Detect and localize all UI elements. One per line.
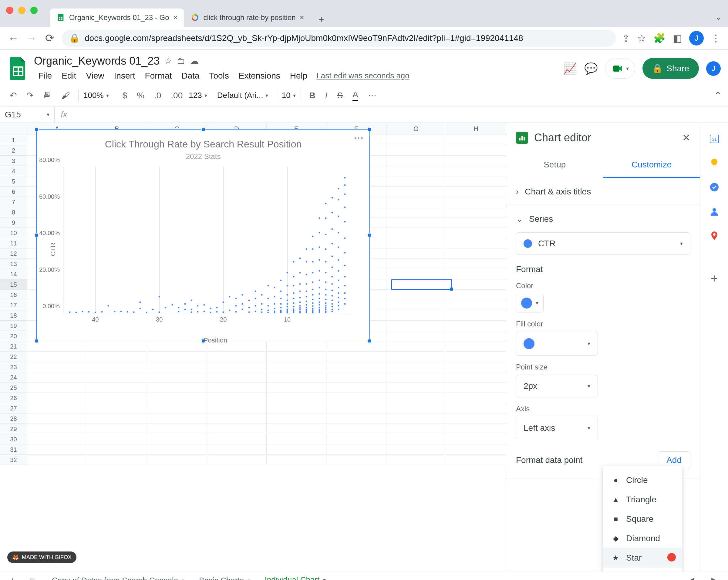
cell[interactable]	[207, 383, 267, 393]
row-header[interactable]: 21	[0, 341, 27, 351]
cell[interactable]	[386, 197, 446, 207]
cell[interactable]	[27, 455, 87, 465]
strikethrough-button[interactable]: S	[334, 88, 347, 103]
cell[interactable]	[327, 351, 386, 362]
section-series[interactable]: ⌄ Series	[506, 205, 700, 232]
cell[interactable]	[147, 444, 207, 455]
row-header[interactable]: 4	[0, 166, 27, 176]
row-header[interactable]: 24	[0, 372, 27, 383]
cell[interactable]	[446, 434, 506, 444]
cell[interactable]	[386, 321, 446, 331]
move-folder-icon[interactable]: 🗀	[177, 56, 185, 66]
cell[interactable]	[386, 259, 446, 269]
cell[interactable]	[446, 156, 506, 166]
cell[interactable]	[386, 372, 446, 383]
sheet-tab[interactable]: Basic Charts▾	[192, 570, 257, 580]
cell[interactable]	[327, 362, 386, 372]
comments-icon[interactable]: 💬	[584, 62, 598, 75]
cell[interactable]	[386, 207, 446, 217]
cell[interactable]	[87, 393, 147, 403]
currency-format-button[interactable]: $	[119, 88, 131, 103]
cell[interactable]	[267, 414, 327, 424]
cell[interactable]	[147, 372, 207, 383]
cell[interactable]	[386, 280, 446, 290]
menu-format[interactable]: Format	[141, 69, 176, 82]
sheet-tab[interactable]: Copy of Dates from Search Console▾	[45, 570, 192, 580]
sidepanel-toggle-icon[interactable]: ◧	[673, 32, 682, 44]
sheet-tab-menu-icon[interactable]: ▾	[248, 577, 250, 580]
fill-color-picker[interactable]: ▾	[516, 332, 598, 355]
row-header[interactable]: 20	[0, 331, 27, 341]
cell[interactable]	[27, 434, 87, 444]
cell[interactable]	[386, 238, 446, 248]
cell[interactable]	[446, 166, 506, 176]
cell[interactable]	[267, 424, 327, 434]
cell[interactable]	[207, 372, 267, 383]
document-title[interactable]: Organic_Keywords 01_23	[34, 55, 160, 67]
cell[interactable]	[147, 414, 207, 424]
cell[interactable]	[27, 414, 87, 424]
cell[interactable]	[27, 362, 87, 372]
sheets-logo-icon[interactable]	[7, 54, 29, 83]
browser-tab-active[interactable]: Organic_Keywords 01_23 - Go ✕	[50, 8, 184, 27]
cell[interactable]	[27, 383, 87, 393]
cell[interactable]	[327, 424, 386, 434]
tab-customize[interactable]: Customize	[603, 153, 700, 178]
cell[interactable]	[267, 351, 327, 362]
cell[interactable]	[207, 351, 267, 362]
cell[interactable]	[87, 434, 147, 444]
cell[interactable]	[267, 455, 327, 465]
cell[interactable]	[386, 156, 446, 166]
row-header[interactable]: 5	[0, 176, 27, 187]
cell[interactable]	[446, 444, 506, 455]
row-header[interactable]: 18	[0, 310, 27, 321]
cell[interactable]	[446, 207, 506, 217]
row-header[interactable]: 28	[0, 414, 27, 424]
cell[interactable]	[446, 310, 506, 321]
new-tab-button[interactable]: +	[314, 12, 329, 27]
cell[interactable]	[386, 455, 446, 465]
cell[interactable]	[446, 455, 506, 465]
cell[interactable]	[207, 434, 267, 444]
cell[interactable]	[87, 383, 147, 393]
undo-button[interactable]: ↶	[6, 88, 20, 103]
column-header[interactable]: G	[386, 123, 446, 135]
share-button[interactable]: 🔒 Share	[643, 58, 699, 79]
cell[interactable]	[386, 383, 446, 393]
meet-button[interactable]: ▾	[605, 58, 635, 79]
cell[interactable]	[386, 362, 446, 372]
cell[interactable]	[27, 403, 87, 414]
cell[interactable]	[446, 187, 506, 197]
shape-option-x-mark[interactable]: ✕X mark	[603, 568, 682, 572]
row-header[interactable]: 30	[0, 434, 27, 444]
point-size-select[interactable]: 2px ▾	[516, 375, 598, 397]
sheet-tab-menu-icon[interactable]: ▾	[323, 577, 326, 580]
print-button[interactable]: 🖶	[40, 88, 55, 103]
cell[interactable]	[27, 372, 87, 383]
cell[interactable]	[446, 280, 506, 290]
row-header[interactable]: 7	[0, 197, 27, 207]
version-history-icon[interactable]: 📈	[563, 62, 577, 75]
chrome-tabs-dropdown-icon[interactable]: ⌄	[715, 12, 722, 22]
cell[interactable]	[386, 187, 446, 197]
cell[interactable]	[327, 414, 386, 424]
cell[interactable]	[386, 135, 446, 145]
add-addon-icon[interactable]: +	[708, 272, 721, 285]
cell[interactable]	[267, 372, 327, 383]
bold-button[interactable]: B	[306, 88, 319, 103]
cell[interactable]	[267, 444, 327, 455]
section-chart-axis-titles[interactable]: › Chart & axis titles	[506, 178, 700, 205]
menu-view[interactable]: View	[82, 69, 108, 82]
axis-select[interactable]: Left axis ▾	[516, 417, 598, 439]
cell[interactable]	[27, 393, 87, 403]
row-header[interactable]: 27	[0, 403, 27, 414]
row-header[interactable]: 8	[0, 207, 27, 217]
decrease-decimals-button[interactable]: .0	[151, 88, 165, 103]
cell[interactable]	[87, 444, 147, 455]
row-header[interactable]: 26	[0, 393, 27, 403]
increase-decimals-button[interactable]: .00	[167, 88, 186, 103]
cell[interactable]	[386, 269, 446, 280]
row-header[interactable]: 17	[0, 300, 27, 310]
cell[interactable]	[446, 414, 506, 424]
scroll-tabs-left-button[interactable]: ◀	[682, 573, 699, 580]
